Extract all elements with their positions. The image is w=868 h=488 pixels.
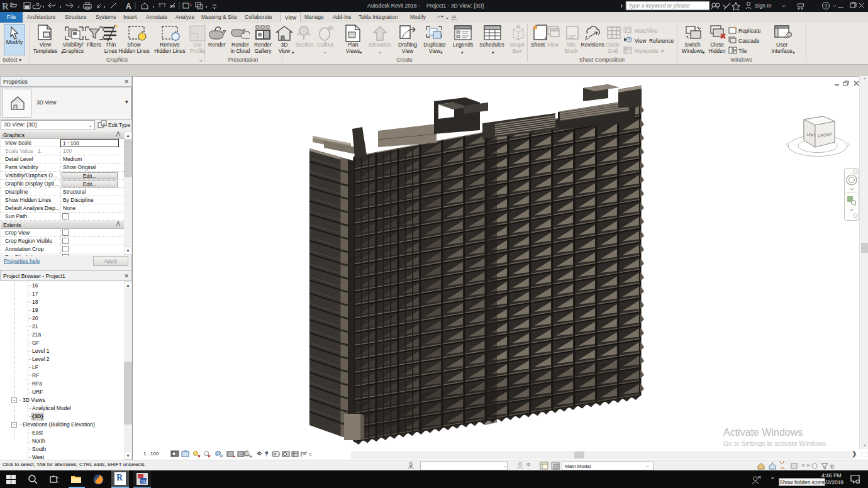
svg-text::0: :0 [829,463,834,470]
svg-text:R: R [758,475,761,480]
svg-text:TSD: TSD [141,480,148,484]
